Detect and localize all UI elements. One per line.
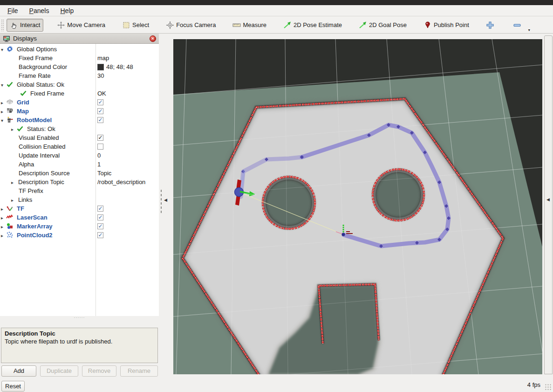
display-row-visual-enabled[interactable]: Visual Enabled✓ (0, 133, 159, 142)
measure-icon (232, 21, 241, 29)
display-row-markerarray[interactable]: ▸MarkerArray✓ (0, 222, 159, 231)
display-row-robotmodel[interactable]: ▾RobotModel✓ (0, 116, 159, 124)
tool-move-camera[interactable]: Move Camera (54, 19, 109, 32)
property-value[interactable]: ✓ (97, 98, 103, 107)
enabled-checkbox[interactable]: ✓ (97, 108, 103, 114)
remove-tool-button[interactable]: ▾ (510, 19, 526, 32)
display-row-global-status-ok[interactable]: ▾Global Status: Ok (0, 80, 159, 89)
display-row-laserscan[interactable]: ▸LaserScan✓ (0, 213, 159, 222)
enabled-checkbox[interactable]: ✓ (97, 99, 103, 105)
collapse-left-arrow-icon[interactable]: ◀ (164, 198, 167, 202)
expand-arrow-icon[interactable]: ▸ (11, 178, 16, 187)
display-row-update-interval[interactable]: Update Interval0 (0, 151, 159, 160)
display-row-links[interactable]: ▸Links (0, 195, 159, 204)
menu-panels[interactable]: Panels (24, 5, 55, 16)
display-row-frame-rate[interactable]: Frame Rate30 (0, 71, 159, 80)
tool-interact[interactable]: Interact (7, 19, 43, 32)
enabled-checkbox[interactable]: ✓ (97, 232, 103, 238)
property-value[interactable] (97, 142, 103, 151)
enabled-checkbox[interactable]: ✓ (97, 214, 103, 220)
property-value[interactable]: ✓ (97, 133, 103, 142)
dropdown-caret-icon[interactable]: ▾ (528, 28, 530, 32)
property-value[interactable]: ✓ (97, 222, 103, 231)
property-value[interactable]: 1 (97, 160, 101, 169)
reset-button[interactable]: Reset (1, 381, 25, 392)
map-icon (6, 107, 14, 115)
displays-tree: ▾Global OptionsFixed FramemapBackground … (0, 44, 159, 316)
display-row-global-options[interactable]: ▾Global Options (0, 45, 159, 54)
expand-arrow-icon[interactable]: ▸ (1, 107, 6, 116)
laserscan-icon (6, 213, 14, 221)
property-value[interactable]: ✓ (97, 107, 103, 116)
property-label: Status: Ok (27, 125, 55, 132)
display-row-tf-prefix[interactable]: TF Prefix (0, 186, 159, 195)
tree-help-splitter[interactable]: ······ (0, 316, 159, 320)
check-icon (20, 89, 27, 97)
enabled-checkbox[interactable] (97, 144, 103, 150)
enabled-checkbox[interactable]: ✓ (97, 117, 103, 123)
display-row-background-color[interactable]: Background Color48; 48; 48 (0, 62, 159, 71)
property-value[interactable]: 48; 48; 48 (97, 62, 133, 71)
menu-file[interactable]: File (2, 5, 24, 16)
expand-arrow-icon[interactable]: ▸ (1, 205, 6, 213)
property-value[interactable]: 0 (97, 151, 101, 160)
close-icon[interactable]: ✕ (150, 35, 156, 42)
tool-publish-point[interactable]: Publish Point (420, 19, 472, 32)
property-value[interactable]: ✓ (97, 213, 103, 222)
property-value[interactable]: map (97, 54, 109, 62)
property-value[interactable]: /robot_description (97, 178, 145, 186)
toolbar: InteractMove CameraSelectFocus CameraMea… (0, 17, 553, 34)
expand-arrow-icon[interactable]: ▸ (1, 231, 6, 240)
expand-arrow-icon[interactable]: ▸ (1, 222, 6, 231)
toolbar-drag-handle[interactable] (1, 19, 4, 31)
collapse-right-arrow-icon[interactable]: ◀ (546, 197, 550, 202)
display-row-tf[interactable]: ▸TF✓ (0, 204, 159, 213)
property-label: TF (17, 205, 24, 212)
property-label: RobotModel (17, 117, 52, 124)
menu-help[interactable]: Help (55, 5, 79, 16)
display-row-map[interactable]: ▸Map✓ (0, 107, 159, 116)
expand-arrow-icon[interactable]: ▸ (1, 213, 6, 222)
display-row-description-topic[interactable]: ▸Description Topic/robot_description (0, 178, 159, 186)
enabled-checkbox[interactable]: ✓ (97, 206, 103, 212)
enabled-checkbox[interactable]: ✓ (97, 223, 103, 229)
expand-arrow-icon[interactable]: ▸ (11, 196, 16, 205)
expand-arrow-icon[interactable]: ▸ (11, 125, 16, 134)
robot-icon (6, 116, 14, 124)
3d-scene[interactable] (173, 39, 542, 374)
tool-2d-goal-pose[interactable]: 2D Goal Pose (355, 19, 410, 32)
enabled-checkbox[interactable]: ✓ (97, 135, 103, 141)
collapse-arrow-icon[interactable]: ▾ (1, 81, 6, 89)
property-value[interactable]: 30 (97, 71, 104, 80)
display-row-fixed-frame[interactable]: Fixed Framemap (0, 54, 159, 62)
add-button[interactable]: Add (1, 365, 36, 377)
display-row-fixed-frame[interactable]: Fixed FrameOK (0, 89, 159, 98)
resize-grip[interactable] (545, 384, 552, 391)
property-value[interactable]: ✓ (97, 204, 103, 213)
display-row-description-source[interactable]: Description SourceTopic (0, 169, 159, 178)
collapse-arrow-icon[interactable]: ▾ (1, 45, 6, 54)
property-value[interactable]: ✓ (97, 116, 103, 124)
display-row-pointcloud2[interactable]: ▸PointCloud2✓ (0, 231, 159, 240)
display-row-status-ok[interactable]: ▸Status: Ok (0, 124, 159, 133)
collapse-arrow-icon[interactable]: ▾ (1, 116, 6, 125)
property-label: MarkerArray (17, 223, 53, 230)
add-tool-button[interactable] (483, 19, 499, 32)
display-row-collision-enabled[interactable]: Collision Enabled (0, 142, 159, 151)
property-value[interactable]: OK (97, 89, 106, 98)
expand-arrow-icon[interactable]: ▸ (1, 98, 6, 107)
render-viewport[interactable] (173, 39, 542, 374)
property-value[interactable]: Topic (97, 169, 111, 178)
gear-icon (6, 45, 14, 53)
tool-focus-camera[interactable]: Focus Camera (163, 19, 219, 32)
tool-select[interactable]: Select (119, 19, 152, 32)
left-splitter[interactable]: ◀ (159, 34, 173, 374)
tool-2d-pose-estimate[interactable]: 2D Pose Estimate (280, 19, 345, 32)
display-row-alpha[interactable]: Alpha1 (0, 160, 159, 169)
tool-label: Move Camera (67, 21, 105, 28)
splitter-grip[interactable] (160, 189, 162, 215)
property-value[interactable]: ✓ (97, 231, 103, 240)
right-panel-strip[interactable]: ◀ (544, 35, 553, 374)
display-row-grid[interactable]: ▸Grid✓ (0, 98, 159, 107)
tool-measure[interactable]: Measure (229, 19, 270, 32)
